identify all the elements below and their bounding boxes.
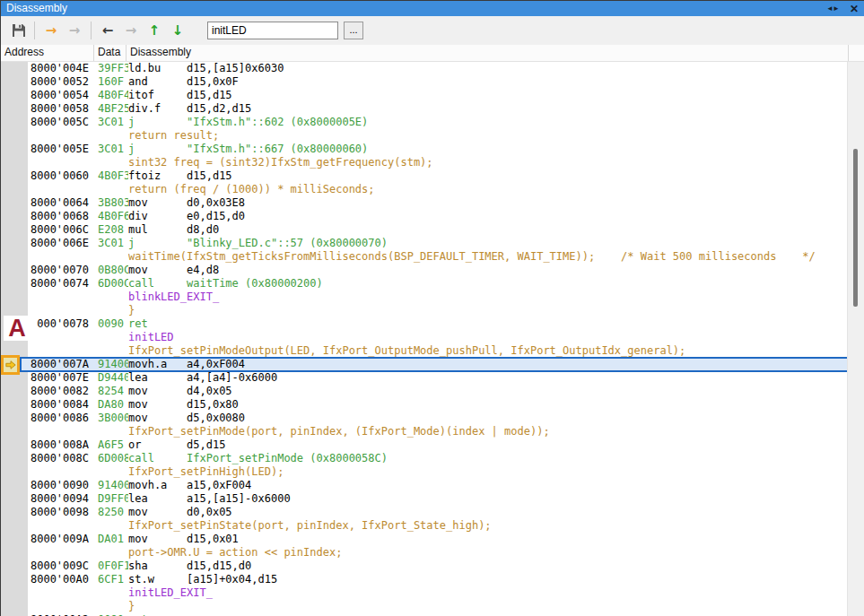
disasm-row[interactable]: 8000'0052160Fand d15,0x0F [1, 75, 848, 89]
disasm-row[interactable]: 8000'00584BF25div.f d15,d2,d15 [1, 102, 848, 116]
disasm-row[interactable]: 8000'009ADA01mov d15,0x01 [1, 533, 848, 546]
data-cell: DA01 [98, 533, 128, 546]
disassembly-cell: IfxPort_setPinModeOutput(LED, IfxPort_Ou… [128, 344, 848, 358]
search-input[interactable] [207, 22, 338, 39]
search-down-button[interactable]: ↓ [166, 20, 189, 41]
disassembly-cell: movh.a a4,0xF004 [128, 358, 848, 371]
current-pc-icon [1, 355, 20, 375]
browse-button[interactable]: ... [344, 22, 363, 39]
disasm-row[interactable]: IfxPort_setPinHigh(LED); [1, 465, 848, 479]
disasm-row[interactable]: 8000'00700B80Cmov e4,d8 [1, 264, 848, 277]
disasm-row[interactable]: initLED_EXIT_ [1, 586, 848, 600]
address-cell [1, 546, 98, 560]
disasm-row[interactable]: 8000'00604B0F3ftoiz d15,d15 [1, 169, 848, 183]
data-cell: A6F5 [98, 438, 128, 452]
data-cell [98, 183, 128, 196]
save-icon [12, 23, 26, 38]
disassembly-cell: } [128, 304, 848, 317]
disassembly-cell: itof d15,d15 [128, 89, 848, 102]
disassembly-cell: return result; [128, 129, 848, 143]
disasm-row[interactable]: 8000'005C3C01j "IfxStm.h"::602 (0x800000… [1, 116, 848, 129]
disassembly-cell: ld.bu d15,[a15]0x6030 [128, 62, 848, 75]
disasm-row[interactable]: 8000'00684B0F6div e0,d15,d0 [1, 210, 848, 223]
disasm-row[interactable]: return result; [1, 129, 848, 143]
data-cell: 160F [98, 75, 128, 89]
column-header-address[interactable]: Address [1, 45, 94, 61]
address-cell: 8000'008A [1, 438, 98, 452]
disasm-row[interactable]: 8000'00828254mov d4,0x05 [1, 385, 848, 398]
back-button[interactable]: ← [96, 20, 119, 41]
jump-to-pc-disabled-button[interactable]: → [63, 20, 86, 41]
search-up-button[interactable]: ↑ [143, 20, 166, 41]
data-cell [98, 546, 128, 560]
data-cell [98, 250, 128, 264]
data-cell: D9FF0 [98, 492, 128, 506]
forward-button[interactable]: → [119, 20, 143, 41]
disassembly-cell: initLED_EXIT_ [128, 586, 848, 600]
disasm-row[interactable]: 8000'00643B803mov d0,0x03E8 [1, 196, 848, 210]
disasm-row[interactable]: 8000'009C0F0F1sha d15,d15,d0 [1, 560, 848, 573]
disasm-row[interactable]: port->OMR.U = action << pinIndex; [1, 546, 848, 560]
dock-toggle-icon[interactable]: ◄► [826, 4, 839, 13]
disasm-row[interactable]: 8000'008AA6F5or d5,d15 [1, 438, 848, 452]
toolbar-separator [34, 22, 35, 39]
save-button[interactable] [8, 20, 30, 41]
pc-arrow-icon [5, 360, 16, 370]
scrollbar-thumb[interactable] [853, 149, 858, 307]
disassembly-cell: lea a15,[a15]-0x6000 [128, 492, 848, 506]
disasm-row[interactable]: 8000'00746D00Ccall waitTime (0x80000200) [1, 277, 848, 291]
disasm-row[interactable]: waitTime(IfxStm_getTicksFromMilliseconds… [1, 250, 848, 264]
disasm-row[interactable]: 8000'006CE208mul d8,d0 [1, 223, 848, 237]
disassembly-cell: mov d0,0x03E8 [128, 196, 848, 210]
disasm-row[interactable]: 8000'00988250mov d0,0x05 [1, 506, 848, 519]
data-cell: DA80 [98, 398, 128, 412]
disasm-row[interactable]: 8000'005E3C01j "IfxStm.h"::667 (0x800000… [1, 143, 848, 156]
data-cell: 3C01 [98, 116, 128, 129]
data-cell [98, 156, 128, 169]
data-cell: 3C01 [98, 237, 128, 250]
disassembly-cell: port->OMR.U = action << pinIndex; [128, 546, 848, 560]
titlebar[interactable]: Disassembly ◄► ✕ [1, 1, 864, 16]
disasm-row[interactable]: sint32 freq = (sint32)IfxStm_getFrequenc… [1, 156, 848, 169]
disasm-row[interactable]: 8000'00544B0F4itof d15,d15 [1, 89, 848, 102]
disassembly-cell: mov d4,0x05 [128, 385, 848, 398]
disassembly-cell: IfxPort_setPinMode(port, pinIndex, (IfxP… [128, 425, 848, 438]
close-icon[interactable]: ✕ [850, 3, 859, 15]
disasm-row[interactable]: IfxPort_setPinMode(port, pinIndex, (IfxP… [1, 425, 848, 438]
disasm-row[interactable]: 8000'0094D9FF0lea a15,[a15]-0x6000 [1, 492, 848, 506]
disasm-row[interactable]: 8000'009091400movh.a a15,0xF004 [1, 479, 848, 492]
address-cell: 8000'004E [1, 62, 98, 75]
column-header-data[interactable]: Data [94, 45, 127, 61]
disasm-row[interactable]: initLED [1, 331, 848, 344]
disasm-row[interactable]: 8000'00A06CF1st.w [a15]+0x04,d15 [1, 573, 848, 586]
vertical-scrollbar[interactable] [847, 62, 864, 616]
disasm-row[interactable]: 8000'00863B000mov d5,0x0080 [1, 412, 848, 425]
data-cell [98, 519, 128, 533]
address-cell: 8000'0082 [1, 385, 98, 398]
disasm-row[interactable]: return (freq / (1000)) * milliSeconds; [1, 183, 848, 196]
disasm-row[interactable]: 8000'0084DA80mov d15,0x80 [1, 398, 848, 412]
disassembly-cell: div.f d15,d2,d15 [128, 102, 848, 116]
jump-to-pc-button[interactable]: → [39, 20, 63, 41]
disassembly-cell: waitTime(IfxStm_getTicksFromMilliseconds… [128, 250, 848, 264]
disasm-row[interactable]: 8000'004E39FF3ld.bu d15,[a15]0x6030 [1, 62, 848, 75]
disasm-row[interactable]: IfxPort_setPinModeOutput(LED, IfxPort_Ou… [1, 344, 848, 358]
column-header-disassembly[interactable]: Disassembly [127, 45, 848, 61]
disasm-row[interactable]: IfxPort_setPinState(port, pinIndex, IfxP… [1, 519, 848, 533]
address-cell: 8000'0058 [1, 102, 98, 116]
disasm-row[interactable]: 8000'007A91400movh.a a4,0xF004 [1, 358, 848, 371]
disasm-row[interactable]: } [1, 600, 848, 613]
address-cell: 8000'0090 [1, 479, 98, 492]
disasm-row[interactable]: 8000'006E3C01j "Blinky_LED.c"::57 (0x800… [1, 237, 848, 250]
disasm-row[interactable]: 8000'007ED9440lea a4,[a4]-0x6000 [1, 371, 848, 385]
disasm-row[interactable]: } [1, 304, 848, 317]
disasm-row[interactable]: blinkLED_EXIT_ [1, 291, 848, 304]
disassembly-cell: mul d8,d0 [128, 223, 848, 237]
address-cell: 8000'0074 [1, 277, 98, 291]
data-cell: 3B803 [98, 196, 128, 210]
disassembly-cell: sint32 freq = (sint32)IfxStm_getFrequenc… [128, 156, 848, 169]
disassembly-window: Disassembly ◄► ✕ → → ← → ↑ ↓ ... Address… [0, 0, 864, 616]
address-cell: 8000'0052 [1, 75, 98, 89]
disasm-row[interactable]: 8000'008C6D008call IfxPort_setPinMode (0… [1, 452, 848, 465]
disasm-row[interactable]: 000'00780090ret [1, 317, 848, 331]
